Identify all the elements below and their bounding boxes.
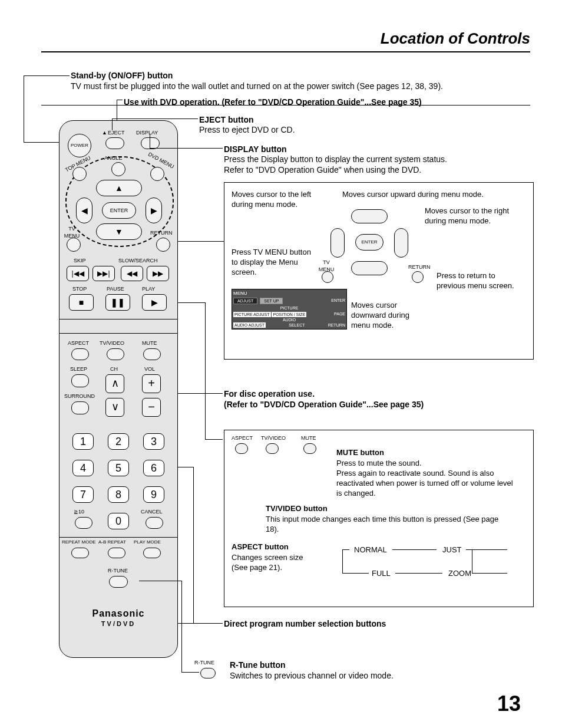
pause-button[interactable]: ❚❚ [105, 294, 130, 311]
cursor-down-text: Moves cursor downward during menu mode. [351, 301, 428, 331]
eject-heading: EJECT button [199, 114, 254, 125]
menu-setup-tab: SET UP [260, 298, 283, 304]
tvvideo-label: TV/VIDEO [100, 340, 124, 347]
cursor-left-text: Moves cursor to the left during menu mod… [232, 190, 314, 210]
cancel-label: CANCEL [141, 509, 163, 516]
menu-adjust-tab: ADJUST [233, 298, 257, 304]
aspect-heading: ASPECT button [232, 542, 289, 552]
dpad-down[interactable]: ▼ [96, 223, 142, 240]
mute-l2: Press again to reactivate sound. Sound i… [336, 469, 519, 499]
dpad-left-icon [330, 228, 345, 258]
display-text2: Refer to "DVD Operation Guide" when usin… [224, 164, 507, 175]
playmode-button[interactable] [143, 548, 161, 558]
ch-label: CH [110, 366, 118, 373]
brand-sub-label: TV/DVD [59, 620, 177, 628]
eject-button[interactable] [105, 137, 124, 149]
mute-label: MUTE [142, 340, 157, 347]
tvmenu-text: Press TV MENU button to display the Menu… [232, 248, 314, 278]
aspect-l2: (See page 21). [232, 563, 326, 573]
dvdmenu-button[interactable] [150, 167, 164, 181]
sleep-button[interactable] [71, 374, 89, 387]
angle-button[interactable] [111, 162, 125, 176]
aspect-l1: Changes screen size [232, 553, 326, 563]
aspect-box: ASPECT TV/VIDEO MUTE MUTE button Press t… [224, 430, 534, 607]
stop-button[interactable]: ■ [69, 294, 94, 311]
page-bottom-rule [41, 105, 530, 106]
menu-position-size: POSITION / SIZE [272, 312, 306, 317]
rtune-text: Switches to previous channel or video mo… [230, 670, 394, 681]
cycle-normal: NORMAL [354, 545, 387, 555]
mute-button[interactable] [143, 348, 161, 360]
cancel-button[interactable] [146, 517, 163, 529]
skip-label: SKIP [74, 258, 86, 265]
display-heading: DISPLAY button [224, 144, 287, 154]
eject-symbol-label: ▲ [102, 130, 107, 137]
aspect-mini-icon [235, 443, 248, 454]
num-6-button[interactable]: 6 [143, 460, 164, 476]
num-0-button[interactable]: 0 [108, 513, 129, 529]
gte10-button[interactable] [75, 517, 92, 529]
repeatmode-label: REPEAT MODE [62, 539, 96, 545]
tvmenu-small-icon [322, 271, 333, 283]
dpad-left[interactable]: ◀ [76, 197, 92, 223]
playmode-label: PLAY MODE [134, 539, 161, 545]
menu-popup: MENU ADJUST SET UP ENTER PICTURE PICTURE… [232, 289, 347, 330]
play-label: PLAY [142, 286, 155, 293]
slow-rev-button[interactable]: ◀◀ [121, 266, 143, 281]
surround-label: SURROUND [64, 393, 95, 400]
skip-next-button[interactable]: ▶▶| [92, 266, 115, 281]
tvvideo-text: This input mode changes each time this b… [266, 515, 513, 535]
standby-heading: Stand-by (ON/OFF) button [71, 70, 173, 81]
return-small-label: RETURN [408, 264, 431, 271]
mute-mini-icon [303, 443, 316, 454]
abrepeat-button[interactable] [108, 548, 125, 558]
dpad-up[interactable]: ▲ [96, 180, 142, 196]
cycle-full: FULL [372, 569, 391, 579]
return-button[interactable] [156, 238, 170, 252]
vol-label: VOL [144, 366, 155, 373]
direct-program-heading: Direct program number selection buttons [224, 618, 386, 629]
display-button[interactable] [141, 137, 160, 149]
num-2-button[interactable]: 2 [108, 433, 129, 450]
dpad-right-icon [394, 228, 408, 258]
num-9-button[interactable]: 9 [143, 486, 164, 503]
topmenu-button[interactable] [72, 167, 87, 181]
play-button[interactable]: ▶ [142, 294, 167, 311]
num-4-button[interactable]: 4 [72, 460, 94, 476]
disc-note-line1: For disc operation use. [224, 388, 315, 399]
power-button[interactable]: POWER [68, 134, 91, 157]
cycle-just: JUST [442, 545, 462, 555]
tvvideo-button[interactable] [107, 348, 124, 360]
rtune-button[interactable] [109, 576, 128, 588]
dpad-right[interactable]: ▶ [146, 197, 162, 223]
display-label: DISPLAY [136, 130, 158, 137]
sleep-label: SLEEP [70, 366, 87, 373]
ch-up-button[interactable]: ∧ [105, 374, 124, 393]
rtune-small-label: R-TUNE [194, 660, 214, 667]
vol-down-button[interactable]: − [142, 398, 161, 417]
abrepeat-label: A-B REPEAT [98, 539, 126, 545]
ch-down-button[interactable]: ∨ [105, 398, 124, 417]
standby-text: TV must first be plugged into the wall o… [71, 81, 495, 91]
num-5-button[interactable]: 5 [108, 460, 129, 476]
num-7-button[interactable]: 7 [72, 486, 94, 503]
enter-button[interactable]: ENTER [102, 202, 136, 219]
cursor-box: Moves cursor to the left during menu mod… [224, 182, 534, 360]
repeatmode-button[interactable] [71, 548, 89, 558]
num-8-button[interactable]: 8 [108, 486, 129, 503]
tvvideo-mini-icon [266, 443, 279, 454]
disc-note-line2: (Refer to "DVD/CD Operation Guide"...See… [224, 399, 424, 410]
slowsearch-label: SLOW/SEARCH [118, 258, 158, 265]
skip-prev-button[interactable]: |◀◀ [67, 266, 89, 281]
rtune-label: R-TUNE [108, 568, 128, 575]
num-3-button[interactable]: 3 [143, 433, 164, 450]
num-1-button[interactable]: 1 [72, 433, 94, 450]
vol-up-button[interactable]: + [142, 374, 161, 393]
tvvideo-small: TV/VIDEO [261, 435, 286, 442]
surround-button[interactable] [71, 401, 89, 414]
stop-label: STOP [72, 286, 87, 293]
tvmenu-button[interactable] [67, 238, 81, 252]
gte10-label: ≧10 [74, 509, 84, 516]
aspect-button[interactable] [71, 348, 89, 360]
slow-fwd-button[interactable]: ▶▶ [147, 266, 169, 281]
